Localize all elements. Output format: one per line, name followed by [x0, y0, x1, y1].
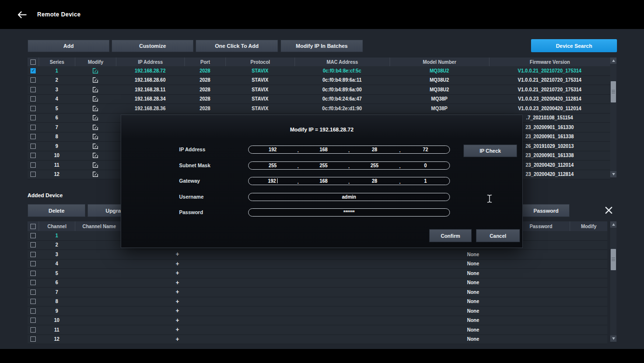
row-checkbox[interactable]	[30, 68, 36, 73]
subnet-octet-input[interactable]: 255	[249, 163, 297, 168]
row-checkbox[interactable]	[30, 153, 36, 158]
modify-icon[interactable]	[92, 96, 98, 102]
device-row[interactable]: 2 192.168.28.60 2028 STAVIX 0c:f0:b4:89:…	[28, 76, 610, 86]
modify-icon[interactable]	[92, 133, 98, 140]
channel-row[interactable]: 3 + None	[28, 250, 607, 260]
row-checkbox[interactable]	[30, 318, 36, 323]
add-channel-cell[interactable]: +	[123, 297, 232, 306]
modify-icon[interactable]	[92, 77, 98, 83]
row-checkbox[interactable]	[30, 280, 36, 285]
delete-button[interactable]: Delete	[28, 204, 85, 217]
modify-icon[interactable]	[92, 152, 98, 159]
row-checkbox[interactable]	[30, 144, 36, 149]
modify-icon[interactable]	[92, 68, 98, 74]
modify-icon[interactable]	[92, 143, 98, 149]
cancel-button[interactable]: Cancel	[476, 229, 520, 242]
scroll-down-button[interactable]	[610, 335, 616, 342]
customize-button[interactable]: Customize	[112, 40, 194, 52]
add-channel-cell[interactable]: +	[123, 325, 232, 334]
device-search-button[interactable]: Device Search	[531, 39, 617, 52]
row-checkbox[interactable]	[30, 134, 36, 139]
add-channel-cell[interactable]: +	[123, 306, 232, 316]
subnet-octet-input[interactable]: 255	[350, 163, 399, 168]
row-checkbox[interactable]	[30, 290, 36, 295]
ip-address-input[interactable]: 192. 168. 28. 72	[248, 145, 450, 154]
add-channel-cell[interactable]: +	[123, 316, 232, 325]
subnet-octet-input[interactable]: 255	[300, 163, 348, 168]
one-click-to-add-button[interactable]: One Click To Add	[196, 40, 278, 52]
channel-row[interactable]: 5 + None	[28, 269, 607, 278]
confirm-button[interactable]: Confirm	[429, 229, 472, 242]
device-row[interactable]: 5 192.168.28.36 2028 STAVIX 0c:f0:b4:2e:…	[28, 104, 610, 114]
add-button[interactable]: Add	[28, 40, 110, 52]
device-row[interactable]: 3 192.168.28.11 2028 STAVIX 0c:f0:b4:89:…	[28, 85, 610, 95]
row-checkbox[interactable]	[30, 308, 36, 314]
scroll-up-button[interactable]	[610, 58, 616, 64]
add-channel-cell[interactable]: +	[123, 335, 232, 344]
gateway-octet-input[interactable]: 168	[300, 178, 348, 184]
row-checkbox[interactable]	[30, 87, 36, 92]
device-table-scrollbar[interactable]	[610, 58, 616, 177]
add-channel-cell[interactable]: +	[123, 288, 232, 297]
row-checkbox[interactable]	[30, 125, 36, 130]
row-checkbox[interactable]	[30, 242, 36, 247]
add-channel-cell[interactable]: +	[123, 269, 232, 278]
gateway-input[interactable]: 192. 168. 28. 1	[248, 177, 450, 185]
channel-row[interactable]: 6 + None	[28, 278, 607, 288]
modify-icon[interactable]	[92, 171, 98, 177]
modify-icon[interactable]	[92, 105, 98, 112]
subnet-octet-input[interactable]: 0	[402, 163, 450, 168]
modify-icon[interactable]	[92, 124, 98, 131]
added-table-scrollbar[interactable]	[610, 221, 616, 342]
ip-octet-input[interactable]: 28	[350, 147, 399, 152]
back-button[interactable]	[17, 11, 27, 18]
gateway-octet-input[interactable]: 192	[249, 178, 297, 184]
row-checkbox[interactable]	[30, 261, 36, 266]
select-all-checkbox[interactable]	[30, 224, 36, 229]
ip-octet-input[interactable]: 168	[300, 147, 348, 152]
password-input[interactable]: ******	[248, 208, 450, 217]
select-all-checkbox[interactable]	[30, 59, 36, 65]
channel-row[interactable]: 4 + None	[28, 260, 607, 269]
device-row[interactable]: 4 192.168.28.34 2028 STAVIX 0c:f0:b4:24:…	[28, 95, 610, 104]
row-checkbox[interactable]	[30, 172, 36, 177]
close-icon[interactable]	[604, 206, 613, 215]
scroll-up-button[interactable]	[610, 221, 616, 228]
gateway-octet-input[interactable]: 1	[402, 178, 450, 184]
scroll-down-button[interactable]	[610, 171, 616, 177]
row-checkbox[interactable]	[30, 77, 36, 83]
channel-row[interactable]: 11 + None	[28, 325, 607, 335]
ip-octet-input[interactable]: 72	[402, 147, 450, 152]
password-button[interactable]: Password	[522, 204, 570, 217]
row-checkbox[interactable]	[30, 106, 36, 111]
modify-ip-in-batches-button[interactable]: Modify IP In Batches	[280, 40, 363, 52]
ip-octet-input[interactable]: 192	[249, 147, 297, 152]
row-checkbox[interactable]	[30, 252, 36, 257]
channel-row[interactable]: 9 + None	[28, 306, 607, 316]
subnet-mask-input[interactable]: 255. 255. 255. 0	[248, 161, 450, 170]
row-checkbox[interactable]	[30, 96, 36, 102]
row-checkbox[interactable]	[30, 299, 36, 304]
channel-row[interactable]: 12 + None	[28, 335, 607, 345]
gateway-octet-input[interactable]: 28	[350, 178, 399, 184]
row-checkbox[interactable]	[30, 233, 36, 238]
add-channel-cell[interactable]: +	[123, 250, 232, 259]
modify-icon[interactable]	[92, 162, 98, 168]
row-checkbox[interactable]	[30, 327, 36, 333]
row-checkbox[interactable]	[30, 115, 36, 120]
channel-row[interactable]: 7 + None	[28, 288, 607, 297]
add-channel-cell[interactable]: +	[123, 278, 232, 288]
modify-icon[interactable]	[92, 115, 98, 121]
device-row[interactable]: 1 192.168.28.72 2028 STAVIX 0c:f0:b4:8e:…	[28, 66, 610, 76]
channel-row[interactable]: 10 + None	[28, 316, 607, 326]
row-checkbox[interactable]	[30, 271, 36, 276]
row-checkbox[interactable]	[30, 336, 36, 342]
add-channel-cell[interactable]: +	[123, 260, 232, 269]
channel-row[interactable]: 8 + None	[28, 297, 607, 307]
row-checkbox[interactable]	[30, 162, 36, 168]
scrollbar-thumb[interactable]	[611, 81, 616, 102]
username-input[interactable]: admin	[248, 193, 450, 201]
ip-check-button[interactable]: IP Check	[463, 145, 517, 157]
scrollbar-thumb[interactable]	[611, 249, 616, 270]
modify-icon[interactable]	[92, 87, 98, 93]
